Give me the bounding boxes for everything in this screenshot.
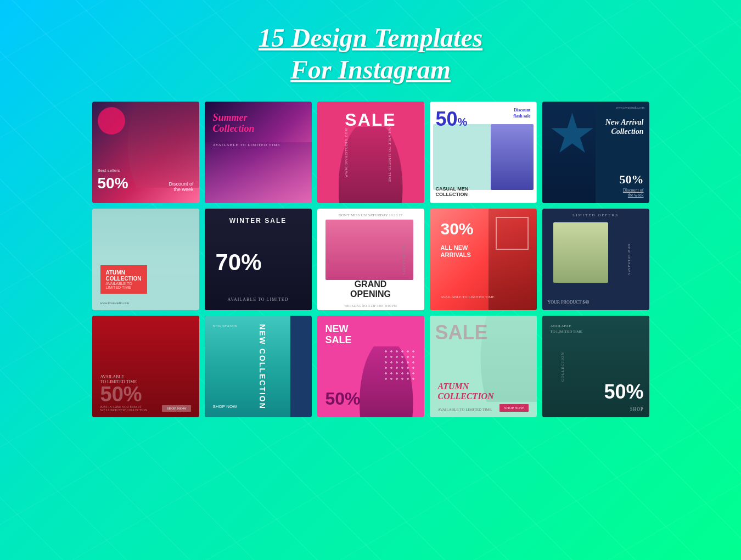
all-new-title: ALL NEWARRIVALS — [441, 244, 471, 259]
url-label: www.invaistudio.com — [616, 106, 645, 109]
discount-label: Discountflash sale — [513, 108, 530, 119]
shop-now-button[interactable]: SHOP NOW — [499, 404, 528, 412]
discount-percent: 50% — [620, 172, 644, 187]
template-card-14[interactable]: SALE ATUMNCOLLECTION AVAILABLE TO LIMITE… — [430, 316, 537, 417]
discount-percent: 30% — [441, 220, 474, 238]
model-image — [205, 316, 290, 417]
model-image — [553, 222, 608, 283]
template-card-8[interactable]: DON'T MISS US! SATURDAY 10:10:17 NEW REL… — [317, 209, 424, 310]
atumn-collection-box: ATUMNCOLLECTIONAVAILABLE TOLIMITED TIME — [100, 265, 147, 294]
circle-decoration — [98, 107, 125, 135]
collection-label: CASUAL MENCOLLECTION — [436, 186, 469, 197]
dont-miss-text: DON'T MISS US! SATURDAY 10:10:17 — [339, 213, 403, 217]
title-section: 15 Design Templates For Instagram — [259, 22, 483, 85]
discount-label: Discount ofthe week — [169, 181, 193, 192]
title-line2: For Instagram — [259, 54, 483, 86]
summer-title: SummerCollection — [213, 113, 255, 135]
main-content: 15 Design Templates For Instagram Best s… — [0, 0, 741, 439]
template-card-3[interactable]: SALE AVAILABLE TO LIMITED TIME WWW.INVAI… — [317, 102, 424, 203]
square-decoration — [496, 217, 529, 250]
url-vertical: WWW.INVAISTUDIO.COM — [345, 128, 348, 177]
model-image — [325, 220, 413, 280]
collection-text: COLLECTION — [560, 352, 564, 382]
discount-percent: 50% — [436, 108, 468, 131]
new-arrival-title: New ArrivalCollection — [605, 118, 644, 137]
template-card-10[interactable]: LIMITED OFFERS NEW RELEASES YOUR PRODUCT… — [542, 209, 649, 310]
available-text: AVAILABLE TO LIMITED TIME — [438, 407, 492, 412]
template-grid: Best sellers 50% Discount ofthe week Sum… — [92, 102, 649, 417]
template-card-1[interactable]: Best sellers 50% Discount ofthe week — [92, 102, 199, 203]
address-text: WERKDAG NO. 5 24F 5:00 - 8:00 PM — [344, 304, 397, 307]
limited-offers-text: LIMITED OFFERS — [572, 213, 619, 217]
template-card-12[interactable]: NEW SEASON NEW COLLECTION SHOP NOW — [205, 316, 312, 417]
new-season-text: NEW SEASON — [213, 324, 238, 328]
template-card-9[interactable]: 30% ALL NEWARRIVALS AVAILABLE TO LIMITED… — [430, 209, 537, 310]
new-sale-title: NEWSALE — [325, 324, 352, 346]
shop-now-label: SHOP NOW — [213, 404, 237, 409]
discount-percent: 50% — [98, 175, 128, 192]
atumn-collection-title: ATUMNCOLLECTION — [438, 382, 494, 401]
discount-percent: 70% — [216, 249, 262, 276]
new-releases-text: NEW RELEASES — [402, 244, 406, 275]
model-image — [205, 142, 312, 203]
template-card-15[interactable]: COLLECTION AVAILABLETO LIMITED TIME 50% … — [542, 316, 649, 417]
template-card-4[interactable]: 50% Discountflash sale CASUAL MENCOLLECT… — [430, 102, 537, 203]
template-card-6[interactable]: ATUMNCOLLECTIONAVAILABLE TOLIMITED TIME … — [92, 209, 199, 310]
template-card-13[interactable]: NEWSALE 50% — [317, 316, 424, 417]
available-text: AVAILABLE TO LIMITED — [228, 297, 289, 302]
shop-label: SHOP — [630, 407, 643, 412]
grand-opening-title: GRANDOPENING — [350, 279, 391, 299]
new-releases-text: NEW RELEASES — [627, 244, 631, 275]
dots-decoration — [383, 349, 416, 382]
title-line1: 15 Design Templates — [259, 22, 483, 54]
available-text: AVAILABLE TO LIMITED TIME — [441, 295, 495, 299]
available-text: AVAILABLE TO LIMITED TIME — [213, 143, 280, 147]
available-vertical: AVAILABLE TO LIMITED TIME — [388, 122, 391, 182]
sub-text: JUST IN CASE YOU MISS ITWE LUNCH NEW COL… — [100, 405, 148, 412]
model-image — [124, 102, 199, 188]
best-sellers-label: Best sellers — [98, 168, 120, 173]
product-price: YOUR PRODUCT $40 — [548, 300, 590, 305]
url-label: www.invaistudio.com — [100, 301, 130, 305]
available-text: AVAILABLETO LIMITED TIME — [551, 324, 582, 335]
discount-percent: 50% — [100, 383, 142, 406]
new-collection-title: NEW COLLECTION — [258, 324, 267, 410]
template-card-11[interactable]: AVAILABLETO LIMITED TIME 50% JUST IN CAS… — [92, 316, 199, 417]
discount-label: Discount ofthe week — [623, 188, 644, 198]
winter-sale-title: WINTER SALE — [229, 217, 287, 225]
template-card-2[interactable]: SummerCollection AVAILABLE TO LIMITED TI… — [205, 102, 312, 203]
shop-now-button[interactable]: SHOP NOW — [162, 405, 190, 412]
model-image — [542, 102, 596, 203]
model-image-1 — [433, 124, 491, 190]
discount-percent: 50% — [325, 389, 361, 409]
template-card-7[interactable]: WINTER SALE 70% AVAILABLE TO LIMITED — [205, 209, 312, 310]
model-image-2 — [491, 124, 533, 190]
template-card-5[interactable]: www.invaistudio.com New ArrivalCollectio… — [542, 102, 649, 203]
discount-percent: 50% — [604, 380, 643, 404]
sale-title: SALE — [435, 321, 488, 344]
